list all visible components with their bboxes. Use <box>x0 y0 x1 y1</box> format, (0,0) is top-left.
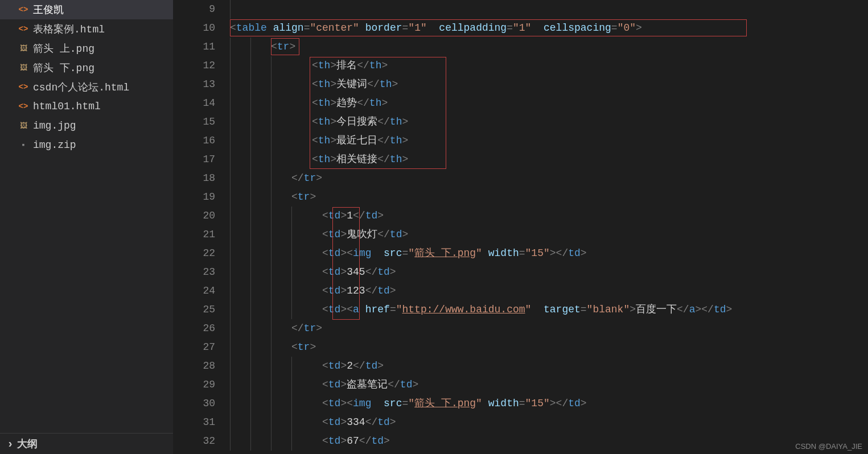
code-line[interactable]: <th>最近七日</th> <box>230 131 868 150</box>
line-number: 18 <box>173 169 215 188</box>
line-number: 22 <box>173 244 215 263</box>
outline-section[interactable]: 大纲 <box>0 433 173 454</box>
file-name: html01.html <box>33 101 101 112</box>
line-number: 28 <box>173 357 215 375</box>
file-name: 箭头 下.png <box>33 61 94 75</box>
line-number: 20 <box>173 207 215 225</box>
line-number: 19 <box>173 188 215 207</box>
outline-label: 大纲 <box>17 437 38 451</box>
code-line[interactable]: <th>今日搜索</th> <box>230 113 868 131</box>
file-item[interactable]: img.jpg <box>0 116 173 135</box>
line-number: 27 <box>173 338 215 357</box>
html-file-icon <box>18 24 28 34</box>
zip-file-icon <box>18 140 28 150</box>
file-name: csdn个人论坛.html <box>33 80 129 94</box>
file-item[interactable]: 王俊凯 <box>0 0 173 19</box>
line-number: 11 <box>173 38 215 56</box>
html-file-icon <box>18 82 28 92</box>
code-line[interactable] <box>230 0 868 19</box>
line-number: 12 <box>173 56 215 75</box>
file-name: 王俊凯 <box>33 3 64 16</box>
code-line[interactable]: <td>345</td> <box>230 263 868 282</box>
line-number: 26 <box>173 319 215 338</box>
file-name: img.jpg <box>33 120 76 131</box>
file-item[interactable]: 箭头 上.png <box>0 39 173 58</box>
line-number: 9 <box>173 0 215 19</box>
code-line[interactable]: <td>67</td> <box>230 432 868 451</box>
code-line[interactable]: </tr> <box>230 319 868 338</box>
code-line[interactable]: <tr> <box>230 38 868 56</box>
file-item[interactable]: 箭头 下.png <box>0 58 173 77</box>
watermark: CSDN @DAIYA_JIE <box>795 442 862 451</box>
line-number: 31 <box>173 413 215 432</box>
line-number: 23 <box>173 263 215 282</box>
file-name: img.zip <box>33 139 76 151</box>
img-file-icon <box>18 43 28 53</box>
code-line[interactable]: <td>2</td> <box>230 357 868 375</box>
code-line[interactable]: <td>334</td> <box>230 413 868 432</box>
code-line[interactable]: <td>123</td> <box>230 282 868 300</box>
file-item[interactable]: img.zip <box>0 135 173 155</box>
file-item[interactable]: csdn个人论坛.html <box>0 77 173 97</box>
line-number: 32 <box>173 432 215 451</box>
file-explorer: 王俊凯表格案例.html箭头 上.png箭头 下.pngcsdn个人论坛.htm… <box>0 0 173 454</box>
line-number: 25 <box>173 300 215 319</box>
file-item[interactable]: html01.html <box>0 97 173 116</box>
line-number: 14 <box>173 94 215 113</box>
line-number: 30 <box>173 394 215 413</box>
code-content[interactable]: <table align="center" border="1" cellpad… <box>230 0 868 454</box>
line-number: 10 <box>173 19 215 38</box>
line-number: 21 <box>173 225 215 244</box>
code-line[interactable]: <th>相关链接</th> <box>230 150 868 169</box>
line-number: 24 <box>173 282 215 300</box>
file-name: 表格案例.html <box>33 22 105 36</box>
code-line[interactable]: <th>趋势</th> <box>230 94 868 113</box>
file-list: 王俊凯表格案例.html箭头 上.png箭头 下.pngcsdn个人论坛.htm… <box>0 0 173 433</box>
file-name: 箭头 上.png <box>33 42 94 55</box>
img-file-icon <box>18 63 28 73</box>
line-number: 15 <box>173 113 215 131</box>
file-item[interactable]: 表格案例.html <box>0 19 173 39</box>
code-line[interactable]: </tr> <box>230 169 868 188</box>
line-number: 16 <box>173 131 215 150</box>
line-number-gutter: 9101112131415161718192021222324252627282… <box>173 0 230 454</box>
code-line[interactable]: <tr> <box>230 338 868 357</box>
code-line[interactable]: <td><img src="箭头 下.png" width="15"></td> <box>230 244 868 263</box>
code-editor[interactable]: 9101112131415161718192021222324252627282… <box>173 0 868 454</box>
code-line[interactable]: <th>排名</th> <box>230 56 868 75</box>
line-number: 29 <box>173 375 215 394</box>
code-line[interactable]: <table align="center" border="1" cellpad… <box>230 19 868 38</box>
img-file-icon <box>18 121 28 131</box>
code-line[interactable]: <td><a href="http://www.baidu.com" targe… <box>230 300 868 319</box>
code-line[interactable]: <th>关键词</th> <box>230 75 868 94</box>
code-line[interactable]: <td>鬼吹灯</td> <box>230 225 868 244</box>
html-file-icon <box>18 5 28 15</box>
line-number: 13 <box>173 75 215 94</box>
code-line[interactable]: <td>1</td> <box>230 207 868 225</box>
code-line[interactable]: <td><img src="箭头 下.png" width="15"></td> <box>230 394 868 413</box>
html-file-icon <box>18 101 28 112</box>
line-number: 17 <box>173 150 215 169</box>
code-line[interactable]: <tr> <box>230 188 868 207</box>
code-line[interactable]: <td>盗墓笔记</td> <box>230 375 868 394</box>
